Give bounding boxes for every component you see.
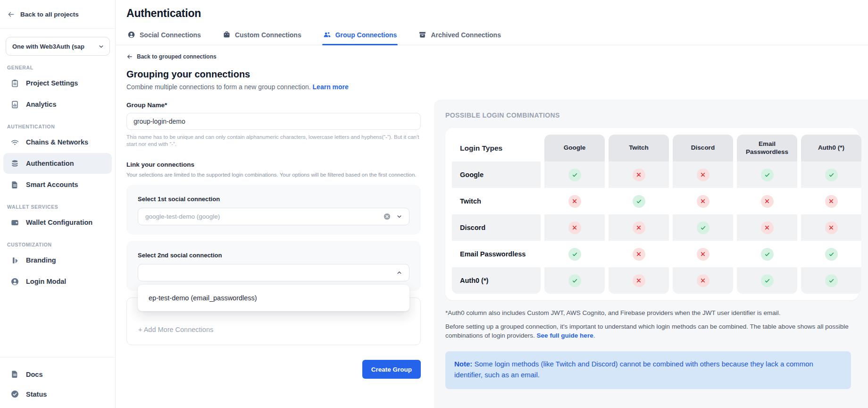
column-header: Google — [544, 135, 605, 162]
combo-cell — [673, 241, 733, 267]
chevron-up-icon[interactable] — [396, 269, 403, 276]
not-allowed-x-icon — [633, 248, 645, 261]
tab-label: Social Connections — [140, 31, 201, 39]
combo-cell — [544, 188, 605, 214]
group-connection-form: Back to grouped connections Grouping you… — [126, 48, 421, 379]
combo-cell — [673, 214, 733, 241]
footnote-guide: Before setting up a grouped connection, … — [445, 322, 858, 340]
sidebar: Back to all projects One with Web3Auth (… — [0, 0, 116, 408]
select-2nd-connection[interactable] — [138, 264, 409, 281]
combo-cell — [673, 267, 733, 294]
group-name-input[interactable]: group-login-demo — [126, 113, 421, 130]
form-subtitle: Combine multiple connections to form a n… — [126, 83, 421, 91]
sidebar-item-wallet-configuration[interactable]: Wallet Configuration — [3, 212, 112, 233]
sidebar-item-label: Project Settings — [26, 79, 78, 87]
column-email-passwordless: Email Passwordless — [737, 135, 797, 294]
sidebar-item-chains-networks[interactable]: Chains & Networks — [3, 132, 112, 153]
note-prefix: Note: — [454, 360, 472, 368]
sidebar-item-docs[interactable]: Docs — [3, 365, 111, 384]
person-circle-icon — [127, 31, 135, 39]
section-label-authentication: AUTHENTICATION — [7, 124, 115, 129]
back-to-all-projects-label: Back to all projects — [20, 11, 79, 18]
combo-cell — [801, 267, 861, 294]
allowed-check-icon — [633, 195, 645, 208]
sidebar-item-authentication[interactable]: Authentication — [3, 153, 112, 174]
section-label-general: GENERAL — [7, 65, 115, 70]
combo-cell — [737, 214, 797, 241]
combo-cell — [737, 241, 797, 267]
branding-icon — [10, 256, 19, 265]
sidebar-item-status[interactable]: Status — [3, 384, 111, 404]
select-1st-connection[interactable]: google-test-demo (google) — [138, 208, 409, 225]
combo-cell — [609, 241, 669, 267]
sidebar-item-label: Status — [26, 391, 47, 398]
not-allowed-x-icon — [761, 195, 774, 208]
create-group-button[interactable]: Create Group — [362, 360, 421, 379]
learn-more-link[interactable]: Learn more — [313, 83, 349, 91]
note-text: Some login methods (like Twitch and Disc… — [454, 360, 813, 379]
sidebar-item-login-modal[interactable]: Login Modal — [3, 271, 112, 292]
sidebar-item-project-settings[interactable]: Project Settings — [3, 73, 112, 94]
tab-custom-connections[interactable]: Custom Connections — [223, 31, 301, 45]
chevron-down-icon[interactable] — [396, 213, 403, 220]
not-allowed-x-icon — [697, 169, 709, 181]
footnote-guide-text: Before setting up a grouped connection, … — [445, 323, 849, 340]
database-stack-icon — [10, 159, 19, 168]
combinations-table-card: Login Types Google Twitch Discord Email … — [445, 128, 859, 300]
chevron-down-icon — [98, 43, 105, 50]
combo-cell — [673, 188, 733, 214]
project-selector-value: One with Web3Auth (sap — [12, 43, 98, 50]
sidebar-item-label: Docs — [26, 371, 42, 378]
submit-row: Create Group — [126, 360, 421, 379]
wallet-icon — [10, 218, 19, 227]
form-subtitle-text: Combine multiple connections to form a n… — [126, 83, 313, 91]
combo-cell — [737, 267, 797, 294]
see-full-guide-link[interactable]: See full guide here — [537, 332, 593, 339]
page-title: Authentication — [116, 0, 868, 20]
back-to-grouped-connections-link[interactable]: Back to grouped connections — [126, 53, 421, 60]
sidebar-item-branding[interactable]: Branding — [3, 250, 112, 271]
sidebar-item-label: Branding — [26, 256, 56, 264]
tab-archived-connections[interactable]: Archived Connections — [418, 31, 501, 45]
sidebar-item-label: Smart Accounts — [26, 181, 78, 188]
tab-label: Group Connections — [335, 31, 397, 39]
allowed-check-icon — [825, 169, 838, 181]
tab-label: Archived Connections — [431, 31, 501, 39]
document-icon — [10, 180, 19, 189]
main-content: Authentication Social Connections Custom… — [116, 0, 868, 408]
sidebar-item-analytics[interactable]: Analytics — [3, 94, 112, 115]
link-connections-description: Your selections are limited to the suppo… — [126, 171, 421, 178]
tab-social-connections[interactable]: Social Connections — [127, 31, 201, 45]
column-auth0: Auth0 (*) — [801, 135, 861, 294]
allowed-check-icon — [761, 169, 774, 181]
back-to-grouped-connections-label: Back to grouped connections — [137, 53, 217, 60]
combo-cell — [544, 162, 605, 188]
select-2nd-controls — [396, 269, 403, 276]
combo-cell — [609, 214, 669, 241]
first-connection-card: Select 1st social connection google-test… — [126, 185, 421, 235]
docs-icon — [10, 370, 19, 379]
group-name-help: This name has to be unique and can only … — [126, 134, 421, 148]
column-header: Login Types — [452, 135, 541, 162]
sidebar-item-smart-accounts[interactable]: Smart Accounts — [3, 174, 112, 195]
clear-icon[interactable] — [383, 212, 391, 221]
archive-box-icon — [418, 31, 426, 39]
not-allowed-x-icon — [633, 274, 645, 287]
form-heading: Grouping your connections — [126, 69, 421, 80]
allowed-check-icon — [825, 248, 838, 261]
column-discord: Discord — [673, 135, 733, 294]
dropdown-option-ep-test-demo[interactable]: ep-test-demo (email_passwordless) — [138, 285, 409, 311]
allowed-check-icon — [568, 274, 581, 287]
sidebar-item-label: Chains & Networks — [26, 138, 88, 146]
not-allowed-x-icon — [633, 169, 645, 181]
tab-group-connections[interactable]: Group Connections — [323, 31, 397, 45]
column-header: Twitch — [609, 135, 669, 162]
not-allowed-x-icon — [568, 195, 581, 208]
allowed-check-icon — [825, 274, 838, 287]
back-to-all-projects-link[interactable]: Back to all projects — [0, 0, 115, 29]
select-1st-controls — [383, 212, 403, 221]
arrow-left-icon — [126, 53, 133, 60]
project-selector[interactable]: One with Web3Auth (sap — [6, 37, 110, 56]
allowed-check-icon — [761, 248, 774, 261]
row-label: Email Passwordless — [452, 241, 541, 267]
